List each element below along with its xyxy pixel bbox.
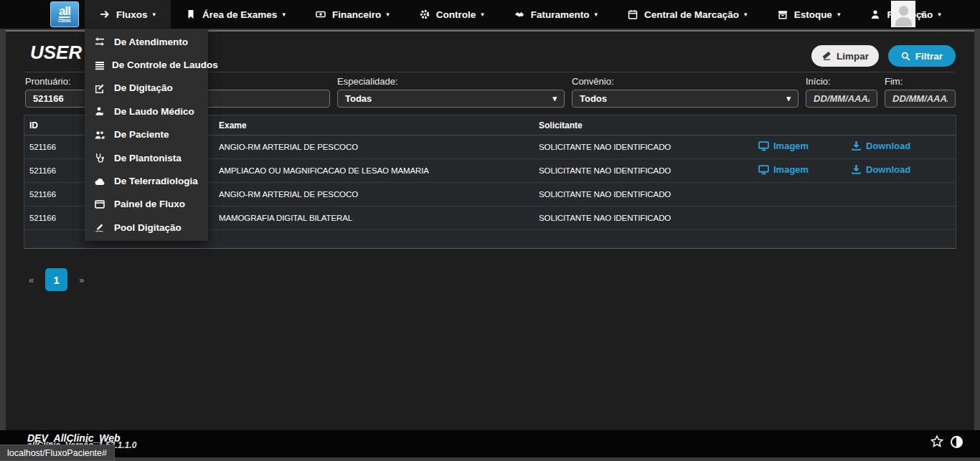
nav-item-fluxos[interactable]: Fluxos▾ (85, 0, 171, 29)
allclinic-logo[interactable]: all Clinic (50, 1, 79, 27)
convenio-label: Convênio: (572, 76, 614, 87)
cell-solicitante: SOLICITANTE NAO IDENTIFICADO (539, 190, 671, 199)
fim-date-input[interactable] (885, 90, 956, 108)
edit-icon (95, 82, 107, 93)
download-link[interactable]: Download (851, 141, 910, 151)
user-menu[interactable]: ▾ (891, 1, 924, 27)
nav-item-area-de-exames[interactable]: Área de Exames▾ (171, 0, 301, 29)
exchange-icon (95, 37, 107, 47)
inicio-date-input[interactable] (806, 90, 877, 108)
menu-item-de-paciente[interactable]: De Paciente (85, 123, 208, 146)
logo-text: all (59, 6, 70, 18)
cell-exame: MAMOGRAFIA DIGITAL BILATERAL (219, 214, 352, 222)
prontuario-label: Prontuário: (25, 76, 71, 87)
money-icon (316, 9, 326, 19)
pagination: « 1 » (29, 268, 84, 291)
signature-icon (95, 222, 107, 233)
menu-item-label: Pool Digitação (114, 222, 182, 233)
nav-item-financeiro[interactable]: Financeiro▾ (301, 0, 405, 29)
chevron-down-icon: ▾ (595, 11, 598, 18)
nav-item-controle[interactable]: Controle▾ (405, 0, 499, 29)
menu-item-label: De Laudo Médico (114, 106, 194, 117)
nav-item-label: Fluxos (116, 9, 148, 20)
imagem-link[interactable]: Imagem (758, 164, 809, 175)
column-header-exame: Exame (219, 120, 247, 130)
desktop-icon (758, 164, 769, 175)
desktop-icon (758, 141, 769, 151)
cell-solicitante: SOLICITANTE NAO IDENTIFICADO (539, 214, 671, 222)
panel-icon (95, 199, 107, 209)
stethoscope-icon (95, 153, 107, 163)
eraser-icon (821, 51, 831, 61)
chevron-down-icon: ▾ (481, 11, 484, 18)
chevron-down-icon: ▾ (920, 11, 924, 18)
nav-item-label: Estoque (794, 9, 832, 20)
menu-item-label: De Atendimento (114, 37, 188, 47)
cell-id: 521166 (29, 166, 56, 175)
bookmark-icon (186, 9, 197, 19)
user-avatar (891, 1, 915, 27)
clear-button[interactable]: Limpar (811, 45, 879, 67)
chevron-down-icon: ▾ (552, 94, 557, 103)
convenio-select[interactable]: Todos ▾ (572, 90, 798, 108)
menu-item-label: De Controle de Laudos (112, 60, 218, 70)
imagem-link[interactable]: Imagem (758, 141, 809, 151)
menu-item-label: Painel de Fluxo (114, 199, 185, 209)
doctor-icon (95, 106, 107, 117)
download-icon (851, 164, 862, 175)
handshake-icon (514, 9, 525, 19)
menu-item-de-digitacao[interactable]: De Digitação (85, 77, 208, 100)
convenio-value: Todos (580, 93, 607, 104)
menu-item-painel-de-fluxo[interactable]: Painel de Fluxo (85, 193, 208, 216)
pagination-page-1[interactable]: 1 (45, 268, 67, 291)
chevron-down-icon: ▾ (786, 94, 791, 103)
archive-icon (778, 9, 788, 19)
nav-item-label: Controle (436, 9, 476, 20)
gear-icon (420, 9, 430, 19)
menu-item-de-atendimento[interactable]: De Atendimento (85, 30, 208, 53)
chevron-down-icon: ▾ (837, 11, 841, 18)
menu-item-de-controle-de-laudos[interactable]: De Controle de Laudos (85, 53, 208, 76)
user-icon (870, 9, 881, 19)
cell-id: 521166 (29, 214, 56, 222)
cloud-icon (95, 176, 107, 186)
inicio-label: Início: (806, 76, 831, 87)
chevron-down-icon: ▾ (386, 11, 390, 18)
cell-solicitante: SOLICITANTE NAO IDENTIFICADO (539, 166, 671, 175)
pagination-prev[interactable]: « (29, 275, 34, 285)
cell-exame: ANGIO-RM ARTERIAL DE PESCOCO (219, 190, 358, 199)
nav-item-label: Central de Marcação (644, 9, 739, 20)
especialidade-select[interactable]: Todas ▾ (337, 90, 565, 108)
download-icon (851, 141, 862, 151)
cell-id: 521166 (29, 190, 56, 199)
nav-item-central-de-marcacao[interactable]: Central de Marcação▾ (613, 0, 763, 29)
menu-item-pool-digitacao[interactable]: Pool Digitação (85, 216, 208, 239)
nav-item-label: Área de Exames (202, 9, 277, 20)
download-link[interactable]: Download (851, 164, 910, 175)
fim-label: Fim: (885, 76, 903, 87)
nav-item-label: Faturamento (531, 9, 590, 20)
nav-item-faturamento[interactable]: Faturamento▾ (499, 0, 613, 29)
fluxos-dropdown-menu: De AtendimentoDe Controle de LaudosDe Di… (85, 29, 208, 241)
menu-item-label: De Paciente (114, 129, 169, 140)
list-icon (95, 60, 105, 70)
nav-item-estoque[interactable]: Estoque▾ (763, 0, 856, 29)
column-header-solicitante: Solicitante (539, 120, 583, 130)
clear-button-label: Limpar (837, 51, 869, 62)
especialidade-label: Especialidade: (337, 76, 398, 87)
menu-item-de-telerradiologia[interactable]: De Telerradiologia (85, 169, 208, 192)
pagination-next[interactable]: » (79, 275, 84, 285)
star-icon[interactable] (930, 434, 944, 449)
chevron-down-icon: ▾ (744, 11, 748, 18)
menu-item-de-plantonista[interactable]: De Plantonista (85, 146, 208, 169)
flow-arrow-icon (100, 9, 110, 19)
status-url: localhost/FluxoPaciente# (0, 445, 115, 461)
cell-exame: AMPLIACAO OU MAGNIFICACAO DE LESAO MAMAR… (219, 166, 429, 175)
menu-item-label: De Digitação (114, 82, 173, 93)
search-icon (901, 52, 910, 61)
cell-solicitante: SOLICITANTE NAO IDENTIFICADO (539, 143, 671, 151)
contrast-icon[interactable] (951, 436, 963, 448)
menu-item-de-laudo-medico[interactable]: De Laudo Médico (85, 100, 208, 123)
filter-button[interactable]: Filtrar (888, 45, 956, 67)
main-menu: Fluxos▾Área de Exames▾Financeiro▾Control… (85, 0, 956, 29)
